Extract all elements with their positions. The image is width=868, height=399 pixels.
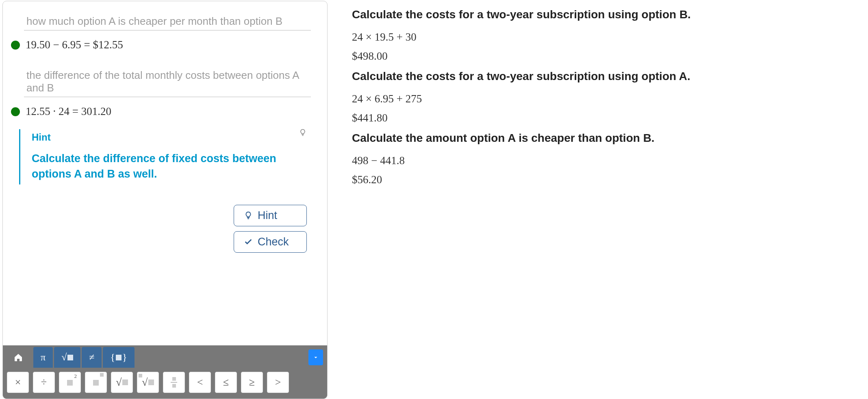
key-multiply-label: × (15, 376, 21, 388)
key-gt[interactable]: > (267, 372, 289, 393)
home-button[interactable] (4, 347, 32, 368)
hint-button[interactable]: Hint (234, 205, 307, 226)
toolbar-tab-row: π √ ≠ {} (3, 345, 327, 368)
tab-pi-label: π (41, 352, 46, 363)
step-2-row: 12.55 · 24 = 301.20 (11, 105, 311, 118)
tab-set[interactable]: {} (103, 347, 134, 368)
step-1: how much option A is cheaper per month t… (11, 13, 311, 51)
sol-3-line-2: $56.20 (352, 173, 852, 186)
bulb-icon (299, 128, 307, 138)
tab-set-label: {} (110, 352, 127, 363)
check-button-label: Check (258, 236, 289, 248)
status-bullet-correct (11, 41, 20, 50)
solution-panel: Calculate the costs for a two-year subsc… (352, 0, 868, 399)
tab-sqrt[interactable]: √ (54, 347, 80, 368)
work-area: how much option A is cheaper per month t… (3, 1, 327, 345)
hint-box: Hint Calculate the difference of fixed c… (19, 129, 311, 184)
key-nroot-label: √ (142, 376, 154, 388)
key-ge-label: ≥ (249, 376, 255, 388)
math-toolbar: π √ ≠ {} × ÷ 2 (3, 345, 327, 399)
chevron-down-icon (313, 355, 319, 360)
key-ge[interactable]: ≥ (241, 372, 263, 393)
key-gt-label: > (275, 376, 281, 388)
step-2: the difference of the total monthly cost… (11, 67, 311, 184)
key-nroot[interactable]: √ (137, 372, 159, 393)
step-1-label[interactable]: how much option A is cheaper per month t… (24, 13, 311, 30)
sol-2-line-1: 24 × 6.95 + 275 (352, 93, 852, 105)
key-divide[interactable]: ÷ (33, 372, 55, 393)
sol-heading-1: Calculate the costs for a two-year subsc… (352, 8, 852, 21)
step-1-math: 19.50 − 6.95 = $12.55 (26, 39, 123, 51)
tab-sqrt-label: √ (61, 352, 73, 363)
key-sqrt[interactable]: √ (111, 372, 133, 393)
key-lt[interactable]: < (189, 372, 211, 393)
key-divide-label: ÷ (41, 376, 47, 388)
sol-2-line-2: $441.80 (352, 112, 852, 124)
key-le[interactable]: ≤ (215, 372, 237, 393)
key-square-label: 2 (67, 376, 73, 388)
tab-neq[interactable]: ≠ (82, 347, 102, 368)
toolbar-key-row: × ÷ 2 √ √ (3, 368, 327, 399)
check-icon (244, 237, 253, 246)
sol-1-line-2: $498.00 (352, 50, 852, 63)
hint-text: Calculate the difference of fixed costs … (32, 151, 286, 182)
home-icon (13, 353, 23, 362)
key-fraction[interactable] (163, 372, 185, 393)
bulb-icon (244, 211, 253, 220)
key-le-label: ≤ (223, 376, 229, 388)
key-lt-label: < (197, 376, 203, 388)
hint-title: Hint (32, 132, 286, 143)
sol-3-line-1: 498 − 441.8 (352, 154, 852, 167)
step-2-label[interactable]: the difference of the total monthly cost… (24, 67, 311, 97)
key-fraction-label (171, 377, 177, 388)
tab-pi[interactable]: π (33, 347, 53, 368)
key-power[interactable] (85, 372, 107, 393)
sol-heading-3: Calculate the amount option A is cheaper… (352, 132, 852, 145)
hint-button-label: Hint (258, 209, 277, 222)
check-button[interactable]: Check (234, 231, 307, 253)
tab-neq-label: ≠ (89, 352, 94, 363)
key-sqrt-label: √ (116, 376, 128, 388)
key-square[interactable]: 2 (59, 372, 81, 393)
step-2-math: 12.55 · 24 = 301.20 (26, 105, 111, 118)
sol-1-line-1: 24 × 19.5 + 30 (352, 31, 852, 43)
sol-heading-2: Calculate the costs for a two-year subsc… (352, 70, 852, 83)
key-power-label (93, 376, 99, 388)
status-bullet-correct (11, 107, 20, 116)
answer-panel: how much option A is cheaper per month t… (2, 1, 328, 399)
toolbar-dropdown[interactable] (308, 349, 323, 365)
action-buttons: Hint Check (11, 205, 307, 253)
toolbar-spacer (136, 347, 307, 368)
key-multiply[interactable]: × (7, 372, 29, 393)
step-1-row: 19.50 − 6.95 = $12.55 (11, 39, 311, 51)
